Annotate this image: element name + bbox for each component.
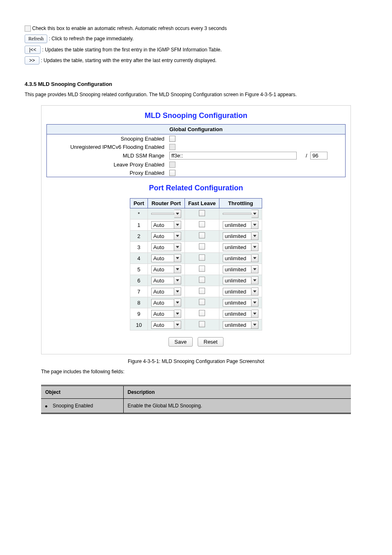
- port-number: 8: [130, 297, 148, 308]
- chevron-down-icon: [174, 221, 181, 229]
- svg-marker-19: [253, 313, 256, 315]
- chevron-down-icon: [174, 321, 181, 329]
- desc-header: Description: [123, 386, 351, 399]
- ssm-address-input[interactable]: ff3e::: [169, 152, 297, 160]
- svg-marker-17: [253, 302, 256, 304]
- fast-leave-checkbox[interactable]: [199, 288, 205, 294]
- svg-marker-10: [176, 268, 179, 271]
- port-config-table: Port Router Port Fast Leave Throttling *…: [130, 198, 262, 331]
- throttling-select[interactable]: unlimited: [223, 265, 258, 273]
- chevron-down-icon: [251, 265, 258, 273]
- chevron-down-icon: [251, 210, 258, 218]
- ipmcv6-flooding-checkbox[interactable]: [169, 144, 175, 150]
- config-panel: MLD Snooping Configuration Global Config…: [41, 105, 351, 354]
- throttling-select[interactable]: unlimited: [223, 298, 258, 307]
- ssm-length-input[interactable]: 96: [310, 152, 327, 160]
- next-page-button[interactable]: >>: [25, 56, 39, 65]
- table-row: 3Autounlimited: [130, 242, 262, 253]
- proxy-enabled-checkbox[interactable]: [169, 170, 175, 176]
- table-row: 4Autounlimited: [130, 253, 262, 264]
- throttling-select[interactable]: [223, 210, 258, 218]
- desc-row1: Enable the Global MLD Snooping.: [123, 399, 351, 414]
- table-row: *: [130, 208, 262, 220]
- fast-leave-checkbox[interactable]: [199, 321, 205, 327]
- router-port-select[interactable]: Auto: [151, 232, 181, 240]
- throttling-select[interactable]: unlimited: [223, 287, 258, 296]
- col-port: Port: [130, 199, 148, 208]
- table-row: 9Autounlimited: [130, 308, 262, 319]
- panel-title-2: Port Related Configuration: [46, 184, 346, 192]
- throttling-select[interactable]: unlimited: [223, 310, 258, 318]
- leave-proxy-checkbox[interactable]: [169, 162, 175, 168]
- fast-leave-checkbox[interactable]: [199, 243, 205, 250]
- object-description-table: Object Description Snooping Enabled Enab…: [41, 385, 351, 414]
- svg-marker-15: [253, 291, 256, 293]
- obj-row1: Snooping Enabled: [53, 403, 93, 409]
- global-config-table: Global Configuration Snooping Enabled Un…: [46, 124, 346, 177]
- fast-leave-checkbox[interactable]: [199, 221, 205, 227]
- router-port-select[interactable]: Auto: [151, 321, 181, 329]
- prev-desc: : Updates the table starting from the fi…: [42, 47, 221, 53]
- snooping-enabled-checkbox[interactable]: [169, 136, 175, 142]
- chevron-down-icon: [251, 243, 258, 251]
- auto-refresh-checkbox[interactable]: [25, 25, 31, 32]
- router-port-select[interactable]: Auto: [151, 287, 181, 296]
- router-port-select[interactable]: Auto: [151, 243, 181, 251]
- throttling-select[interactable]: unlimited: [223, 254, 258, 262]
- router-port-select[interactable]: Auto: [151, 265, 181, 273]
- router-port-select[interactable]: Auto: [151, 221, 181, 229]
- throttling-select[interactable]: unlimited: [223, 221, 258, 229]
- svg-marker-4: [176, 235, 179, 237]
- label-proxy-enabled: Proxy Enabled: [47, 169, 167, 177]
- chevron-down-icon: [174, 243, 181, 251]
- throttling-select[interactable]: unlimited: [223, 243, 258, 251]
- throttling-select[interactable]: unlimited: [223, 321, 258, 329]
- table-row: 7Autounlimited: [130, 286, 262, 297]
- label-snooping-enabled: Snooping Enabled: [47, 134, 167, 143]
- fast-leave-checkbox[interactable]: [199, 310, 205, 316]
- bullet-icon: [45, 405, 47, 407]
- save-button[interactable]: Save: [168, 337, 193, 347]
- ssm-slash: /: [306, 153, 307, 159]
- router-port-select[interactable]: Auto: [151, 298, 181, 307]
- chevron-down-icon: [251, 221, 258, 229]
- chevron-down-icon: [251, 232, 258, 240]
- fast-leave-checkbox[interactable]: [199, 266, 205, 272]
- chevron-down-icon: [174, 298, 181, 307]
- chevron-down-icon: [251, 276, 258, 284]
- svg-marker-11: [253, 268, 256, 271]
- chevron-down-icon: [174, 265, 181, 273]
- col-fast-leave: Fast Leave: [184, 199, 219, 208]
- chevron-down-icon: [251, 254, 258, 262]
- fast-leave-checkbox[interactable]: [199, 254, 205, 261]
- fast-leave-checkbox[interactable]: [199, 232, 205, 238]
- refresh-button[interactable]: Refresh: [25, 35, 47, 43]
- table-row: 5Autounlimited: [130, 264, 262, 275]
- chevron-down-icon: [174, 232, 181, 240]
- table-row: 10Autounlimited: [130, 319, 262, 331]
- chevron-down-icon: [174, 210, 181, 218]
- throttling-select[interactable]: unlimited: [223, 276, 258, 284]
- table-row: 8Autounlimited: [130, 297, 262, 308]
- fast-leave-checkbox[interactable]: [199, 210, 205, 216]
- table-row: 2Autounlimited: [130, 231, 262, 242]
- svg-marker-9: [253, 257, 256, 259]
- intro-line1: Check this box to enable an automatic re…: [32, 25, 227, 31]
- reset-button[interactable]: Reset: [198, 337, 224, 347]
- label-ssm-range: MLD SSM Range: [47, 151, 167, 160]
- prev-page-button[interactable]: |<<: [25, 46, 41, 54]
- fast-leave-checkbox[interactable]: [199, 277, 205, 283]
- fast-leave-checkbox[interactable]: [199, 299, 205, 305]
- router-port-select[interactable]: Auto: [151, 276, 181, 284]
- router-port-select[interactable]: Auto: [151, 310, 181, 318]
- port-number: 2: [130, 231, 148, 242]
- figure-caption: Figure 4-3-5-1: MLD Snooping Configurati…: [25, 358, 367, 364]
- port-number: 10: [130, 319, 148, 331]
- port-number: 6: [130, 275, 148, 286]
- svg-marker-13: [253, 280, 256, 282]
- router-port-select[interactable]: Auto: [151, 254, 181, 262]
- throttling-select[interactable]: unlimited: [223, 232, 258, 240]
- port-number: 4: [130, 253, 148, 264]
- router-port-select[interactable]: [151, 210, 181, 218]
- svg-marker-18: [176, 313, 179, 315]
